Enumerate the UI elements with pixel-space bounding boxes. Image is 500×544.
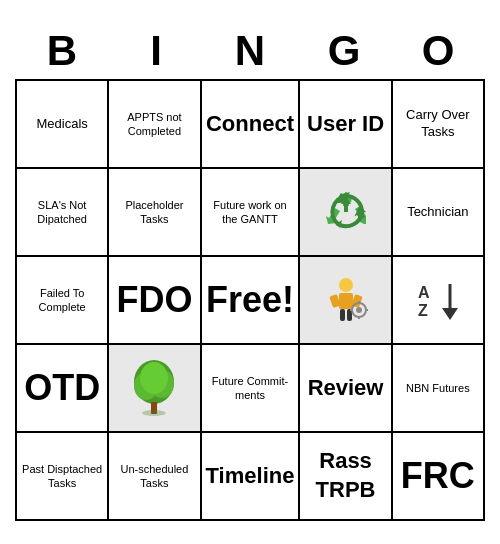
svg-rect-4: [339, 293, 353, 309]
cell-r2c2-text: Placeholder Tasks: [113, 198, 195, 227]
cell-r3c2-text: FDO: [116, 277, 192, 324]
svg-point-10: [356, 307, 362, 313]
bingo-grid: Medicals APPTS not Completed Connect Use…: [15, 79, 485, 521]
cell-r2c1-text: SLA's Not Dipatched: [21, 198, 103, 227]
letter-b: B: [15, 23, 109, 79]
cell-r3c2: FDO: [109, 257, 201, 345]
cell-r5c1: Past Disptached Tasks: [17, 433, 109, 521]
cell-r3c3: Free!: [202, 257, 301, 345]
svg-point-3: [339, 278, 353, 292]
svg-marker-18: [442, 308, 458, 320]
cell-r5c3-text: Timeline: [206, 462, 295, 491]
svg-text:A: A: [418, 284, 430, 301]
cell-r2c3: Future work on the GANTT: [202, 169, 301, 257]
cell-r2c3-text: Future work on the GANTT: [206, 198, 295, 227]
cell-r2c2: Placeholder Tasks: [109, 169, 201, 257]
cell-r5c4: Rass TRPB: [300, 433, 392, 521]
tree-icon: [113, 349, 195, 427]
cell-r5c4-text: Rass TRPB: [304, 447, 386, 504]
cell-r1c1-text: Medicals: [36, 116, 87, 133]
cell-r5c3: Timeline: [202, 433, 301, 521]
cell-r4c5-text: NBN Futures: [406, 381, 470, 395]
cell-r2c5-text: Technician: [407, 204, 468, 221]
letter-o: O: [391, 23, 485, 79]
cell-r3c5: A Z: [393, 257, 485, 345]
cell-r1c5-text: Carry Over Tasks: [397, 107, 479, 141]
cell-r4c4-text: Review: [308, 374, 384, 403]
letter-n: N: [203, 23, 297, 79]
cell-r4c1: OTD: [17, 345, 109, 433]
recycle-icon: [304, 173, 386, 251]
cell-r1c4-text: User ID: [307, 110, 384, 139]
cell-r1c2-text: APPTS not Completed: [113, 110, 195, 139]
cell-r3c4: [300, 257, 392, 345]
cell-r4c4: Review: [300, 345, 392, 433]
cell-r3c1-text: Failed To Complete: [21, 286, 103, 315]
cell-r4c5: NBN Futures: [393, 345, 485, 433]
cell-r5c2: Un-scheduled Tasks: [109, 433, 201, 521]
sort-az-icon: A Z: [397, 261, 479, 339]
cell-r1c3: Connect: [202, 81, 301, 169]
cell-r3c3-text: Free!: [206, 277, 294, 324]
cell-r4c3: Future Commit-ments: [202, 345, 301, 433]
worker-icon: [304, 261, 386, 339]
cell-r2c5: Technician: [393, 169, 485, 257]
bingo-header: B I N G O: [15, 23, 485, 79]
cell-r5c5: FRC: [393, 433, 485, 521]
cell-r2c1: SLA's Not Dipatched: [17, 169, 109, 257]
cell-r5c1-text: Past Disptached Tasks: [21, 462, 103, 491]
cell-r5c5-text: FRC: [401, 453, 475, 500]
cell-r1c5: Carry Over Tasks: [393, 81, 485, 169]
letter-i: I: [109, 23, 203, 79]
letter-g: G: [297, 23, 391, 79]
cell-r1c1: Medicals: [17, 81, 109, 169]
svg-rect-7: [340, 309, 345, 321]
svg-point-22: [140, 362, 168, 394]
svg-point-24: [142, 410, 166, 416]
cell-r4c1-text: OTD: [24, 365, 100, 412]
cell-r2c4: [300, 169, 392, 257]
cell-r1c2: APPTS not Completed: [109, 81, 201, 169]
bingo-card: B I N G O Medicals APPTS not Completed C…: [15, 23, 485, 521]
cell-r5c2-text: Un-scheduled Tasks: [113, 462, 195, 491]
cell-r1c3-text: Connect: [206, 110, 294, 139]
cell-r4c2: [109, 345, 201, 433]
cell-r4c3-text: Future Commit-ments: [206, 374, 295, 403]
cell-r1c4: User ID: [300, 81, 392, 169]
cell-r3c1: Failed To Complete: [17, 257, 109, 345]
svg-text:Z: Z: [418, 302, 428, 319]
